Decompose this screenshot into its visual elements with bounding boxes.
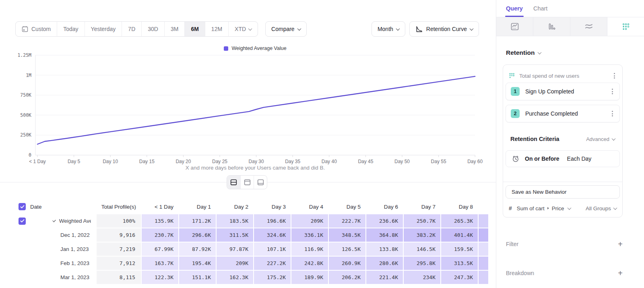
kebab-menu-icon[interactable]	[612, 71, 617, 80]
add-filter-button[interactable]: +	[618, 240, 623, 248]
chevron-down-icon	[248, 27, 252, 31]
groups-dropdown[interactable]: All Groups	[586, 205, 617, 211]
svg-text:Day 40: Day 40	[322, 159, 337, 164]
chart-type-button[interactable]: Retention Curve	[409, 21, 479, 37]
granularity-label: Month	[378, 26, 393, 32]
svg-text:Day 25: Day 25	[212, 159, 227, 164]
retention-value-cell: 296.6K	[179, 228, 216, 242]
retention-value-cell: 247.3K	[441, 271, 478, 284]
insights-report-tab[interactable]	[496, 17, 533, 36]
range-label: Today	[63, 26, 78, 32]
groups-label: All Groups	[586, 205, 611, 211]
tab-query[interactable]: Query	[506, 0, 523, 17]
row-checkbox[interactable]	[19, 218, 26, 225]
retention-value-cell: 324.6K	[254, 228, 291, 242]
behavior-step[interactable]: 2Purchase Completed	[506, 105, 620, 122]
metric-property-label[interactable]: Price	[552, 205, 564, 211]
select-all-checkbox[interactable]	[19, 203, 26, 210]
section-label: Retention	[506, 49, 535, 56]
chevron-down-icon[interactable]	[52, 219, 56, 222]
chart-view-toggle[interactable]	[240, 176, 254, 189]
svg-text:500K: 500K	[20, 112, 31, 118]
save-as-new-behavior-button[interactable]: Save as New Behavior	[506, 185, 620, 199]
divider	[503, 182, 622, 182]
criteria-card[interactable]: On or Before Each Day	[506, 150, 620, 167]
partial-value-cell	[479, 257, 488, 270]
tab-chart[interactable]: Chart	[533, 0, 547, 17]
retention-report-tab[interactable]	[607, 17, 644, 36]
range-6m[interactable]: 6M	[184, 22, 204, 36]
breakdown-section: Breakdown +	[506, 269, 623, 277]
report-section-dropdown[interactable]: Retention	[506, 49, 541, 56]
column-header-label: Date	[30, 204, 42, 210]
table-view-toggle[interactable]	[254, 176, 267, 189]
retention-value-cell: 242.8K	[291, 257, 328, 270]
flows-report-tab[interactable]	[570, 17, 607, 36]
range-today[interactable]: Today	[57, 22, 84, 36]
retention-value-cell: 67.99K	[142, 242, 178, 256]
split-view-icon	[230, 179, 237, 186]
calendar-icon	[22, 26, 28, 32]
column-header: Day 1	[179, 200, 216, 213]
row-label-cell: Weighted Average ...	[0, 214, 96, 228]
column-header: Day 7	[404, 200, 440, 213]
insights-icon	[510, 22, 519, 31]
retention-value-cell: 234K	[404, 271, 440, 284]
retention-value-cell: 97.87K	[217, 242, 253, 256]
total-profiles-cell: 7,912	[97, 257, 141, 270]
metric-event-label[interactable]: Sum of cart	[517, 205, 545, 211]
retention-value-cell: 126.5K	[329, 242, 365, 256]
retention-table: DateTotal Profile(s)< 1 DayDay 1Day 2Day…	[0, 200, 496, 285]
behavior-card: Total spend of new users 1Sign Up Comple…	[503, 64, 623, 218]
funnels-report-tab[interactable]	[533, 17, 570, 36]
sidebar-tabs: Query Chart	[496, 0, 644, 17]
range-30d[interactable]: 30D	[141, 22, 164, 36]
filter-section: Filter +	[506, 240, 623, 248]
retention-value-cell: 107.1K	[254, 242, 291, 256]
svg-text:Day 35: Day 35	[285, 159, 300, 164]
retention-value-cell: 189.9K	[291, 271, 328, 284]
chevron-down-icon	[297, 27, 301, 31]
range-yesterday[interactable]: Yesterday	[85, 22, 122, 36]
breakdown-label: Breakdown	[506, 270, 534, 276]
partial-value-cell	[479, 271, 488, 284]
chevron-down-icon	[567, 206, 571, 210]
granularity-button[interactable]: Month	[372, 21, 405, 37]
svg-text:1.25M: 1.25M	[17, 52, 31, 58]
retention-value-cell: 87.92K	[179, 242, 216, 256]
table-row: Mar 1, 20238,115122.3K151.1K162.3K175.2K…	[0, 271, 496, 284]
column-header: Date	[0, 200, 96, 213]
table-row: Feb 1, 20237,912163.7K195.4K209K227.2K24…	[0, 257, 496, 270]
kebab-menu-icon[interactable]	[610, 109, 615, 118]
table-view-icon	[257, 179, 264, 186]
add-breakdown-button[interactable]: +	[618, 269, 623, 277]
retention-value-cell: 383.2K	[404, 228, 440, 242]
chevron-down-icon	[612, 137, 616, 141]
chart-type-label: Retention Curve	[426, 26, 467, 32]
range-7d[interactable]: 7D	[122, 22, 141, 36]
compare-button[interactable]: Compare	[265, 21, 307, 37]
range-custom[interactable]: Custom	[16, 22, 57, 36]
column-header: Day 4	[291, 200, 328, 213]
range-3m[interactable]: 3M	[164, 22, 184, 36]
retention-value-cell: 183.5K	[217, 214, 253, 228]
range-xtd[interactable]: XTD	[228, 22, 258, 36]
retention-value-cell: 295.8K	[404, 257, 440, 270]
svg-text:Day 20: Day 20	[175, 159, 191, 164]
retention-value-cell: 311.5K	[217, 228, 253, 242]
range-label: Custom	[31, 26, 51, 32]
retention-value-cell: 280.6K	[366, 257, 403, 270]
retention-value-cell: 336.1K	[291, 228, 328, 242]
column-header: Day 3	[254, 200, 291, 213]
range-12m[interactable]: 12M	[205, 22, 228, 36]
retention-value-cell: 230.7K	[142, 228, 178, 242]
split-view-toggle[interactable]	[227, 176, 240, 189]
table-body: Weighted Average ...100%135.9K171.2K183.…	[0, 214, 496, 284]
chevron-down-icon	[396, 27, 400, 31]
row-label-cell: Jan 1, 2023	[0, 242, 96, 256]
kebab-menu-icon[interactable]	[610, 87, 615, 96]
criteria-mode-dropdown[interactable]: Advanced	[586, 136, 615, 142]
flows-icon	[584, 22, 593, 31]
behavior-step[interactable]: 1Sign Up Completed	[506, 83, 620, 100]
chart-caption: X and more days before your Users came b…	[35, 165, 475, 171]
